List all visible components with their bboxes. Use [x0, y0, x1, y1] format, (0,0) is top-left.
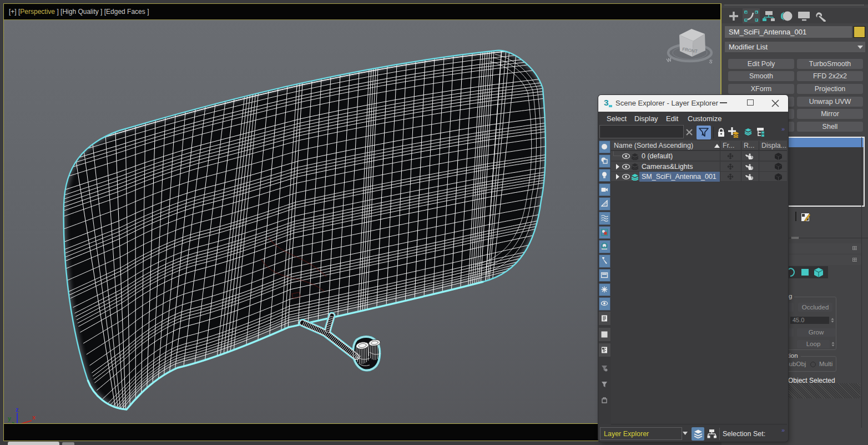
svg-text:x: x — [32, 414, 36, 421]
svg-text:3: 3 — [604, 98, 609, 107]
svg-text:z: z — [16, 406, 19, 413]
svg-text:y: y — [8, 415, 12, 422]
